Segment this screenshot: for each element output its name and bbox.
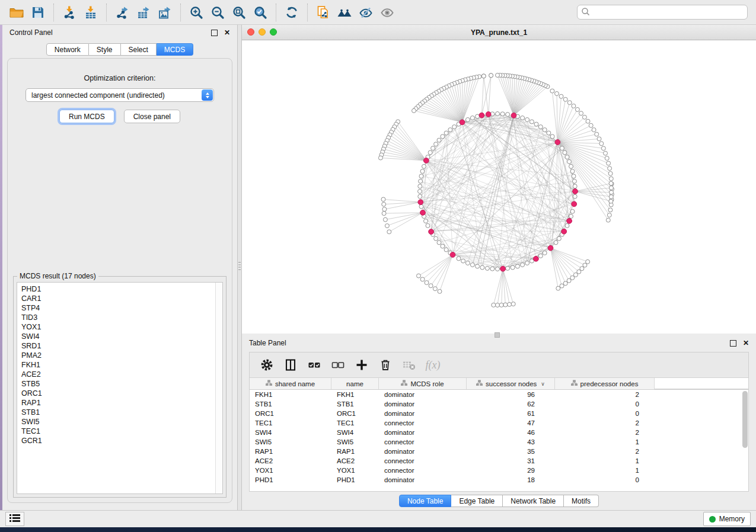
splitter-grip-icon — [238, 262, 241, 270]
open-file-button[interactable] — [7, 3, 26, 22]
selected-option-text: largest connected component (undirected) — [26, 91, 165, 100]
show-columns-icon[interactable] — [282, 356, 299, 374]
select-all-columns-icon[interactable] — [305, 356, 323, 374]
memory-status-icon — [709, 516, 716, 523]
network-graph — [242, 40, 755, 334]
export-image-button[interactable] — [155, 3, 174, 22]
window-close-button[interactable] — [247, 28, 254, 36]
table-row[interactable]: RAP1RAP1dominator352 — [250, 447, 748, 456]
show-all-button[interactable] — [378, 3, 397, 22]
import-table-button[interactable] — [81, 3, 100, 22]
save-session-button[interactable] — [28, 3, 47, 22]
refresh-view-button[interactable] — [282, 3, 301, 22]
node-table[interactable]: shared namenameMCDS rolesuccessor nodes∨… — [250, 378, 748, 491]
table-row[interactable]: ORC1ORC1dominator610 — [250, 409, 748, 418]
run-mcds-button[interactable]: Run MCDS — [59, 110, 114, 123]
mcds-result-item[interactable]: STB5 — [21, 379, 214, 389]
table-tab-edge-table[interactable]: Edge Table — [451, 495, 503, 507]
table-row[interactable]: SWI5SWI5connector431 — [250, 437, 748, 447]
table-row[interactable]: STB1STB1dominator620 — [250, 399, 748, 409]
table-row[interactable]: TEC1TEC1connector472 — [250, 418, 748, 428]
first-neighbors-button[interactable] — [335, 3, 354, 22]
sort-descending-icon: ∨ — [541, 381, 545, 387]
mcds-list-scrollbar[interactable] — [215, 283, 222, 493]
import-table-icon — [84, 5, 98, 20]
table-tab-motifs[interactable]: Motifs — [564, 495, 599, 507]
table-row[interactable]: FKH1FKH1dominator962 — [250, 390, 748, 399]
search-input[interactable] — [577, 5, 748, 20]
float-panel-icon[interactable] — [211, 30, 218, 36]
table-panel-content: f(x) shared namenameMCDS rolesuccessor n… — [249, 352, 749, 492]
memory-button[interactable]: Memory — [703, 512, 751, 526]
mcds-result-item[interactable]: TID3 — [21, 313, 214, 322]
zoom-out-button[interactable] — [208, 3, 227, 22]
mcds-result-item[interactable]: SRD1 — [21, 341, 214, 351]
optimization-criterion-select[interactable]: largest connected component (undirected) — [25, 88, 214, 102]
mcds-result-item[interactable]: STB1 — [21, 408, 214, 417]
delete-columns-icon[interactable] — [377, 356, 394, 374]
network-canvas[interactable] — [242, 40, 756, 334]
duplicate-network-button[interactable] — [314, 3, 333, 22]
column-header-name[interactable]: name — [331, 378, 379, 389]
tab-select[interactable]: Select — [121, 43, 157, 56]
eye-icon — [379, 5, 395, 20]
column-header-predecessor-nodes[interactable]: predecessor nodes — [555, 378, 655, 389]
mcds-result-list[interactable]: PHD1CAR1STP4TID3YOX1SWI4SRD1PMA2FKH1ACE2… — [17, 282, 223, 494]
task-history-button[interactable] — [5, 512, 24, 526]
window-minimize-button[interactable] — [259, 28, 266, 36]
table-body: FKH1FKH1dominator962STB1STB1dominator620… — [250, 390, 748, 485]
zoom-selected-button[interactable] — [251, 3, 270, 22]
column-header-MCDS-role[interactable]: MCDS role — [379, 378, 467, 389]
mcds-result-item[interactable]: ACE2 — [21, 370, 214, 379]
column-type-icon — [476, 380, 483, 387]
float-panel-icon[interactable] — [730, 340, 736, 347]
export-table-button[interactable] — [134, 3, 153, 22]
table-panel: Table Panel ✕ f(x) — [242, 335, 756, 510]
export-image-icon — [158, 5, 172, 20]
tab-network[interactable]: Network — [46, 43, 89, 56]
mcds-result-item[interactable]: CAR1 — [21, 294, 214, 303]
mcds-result-item[interactable]: STP4 — [21, 303, 214, 313]
horizontal-splitter[interactable] — [242, 334, 756, 335]
toolbar-separator — [307, 4, 308, 21]
tab-mcds[interactable]: MCDS — [157, 43, 193, 56]
table-scrollbar-thumb[interactable] — [742, 391, 748, 448]
column-header-successor-nodes[interactable]: successor nodes∨ — [467, 378, 555, 389]
table-row[interactable]: YOX1YOX1connector291 — [250, 466, 748, 475]
table-row[interactable]: PHD1PHD1dominator180 — [250, 475, 748, 485]
control-panel: Control Panel ✕ NetworkStyleSelectMCDS O… — [2, 25, 237, 510]
zoom-in-icon — [189, 5, 203, 20]
mcds-result-item[interactable]: SWI4 — [21, 332, 214, 341]
mcds-result-item[interactable]: PMA2 — [21, 351, 214, 360]
create-column-icon[interactable] — [353, 356, 371, 374]
table-row[interactable]: SWI4SWI4dominator462 — [250, 428, 748, 437]
hide-selected-button[interactable] — [356, 3, 375, 22]
close-panel-icon[interactable]: ✕ — [224, 29, 230, 36]
import-network-button[interactable] — [60, 3, 79, 22]
table-row[interactable]: ACE2ACE2connector311 — [250, 456, 748, 466]
table-options-gear-icon[interactable] — [258, 356, 276, 374]
mcds-result-item[interactable]: ORC1 — [21, 389, 214, 398]
unselect-all-columns-icon[interactable] — [329, 356, 347, 374]
function-builder-icon: f(x) — [424, 356, 442, 374]
mcds-result-item[interactable]: FKH1 — [21, 360, 214, 370]
vertical-splitter[interactable] — [237, 25, 242, 510]
close-panel-button[interactable]: Close panel — [124, 110, 180, 123]
mcds-result-item[interactable]: SWI5 — [21, 417, 214, 427]
zoom-fit-button[interactable] — [229, 3, 248, 22]
table-tab-network-table[interactable]: Network Table — [503, 495, 564, 507]
zoom-in-button[interactable] — [187, 3, 206, 22]
export-network-button[interactable] — [113, 3, 132, 22]
mcds-result-item[interactable]: YOX1 — [21, 322, 214, 332]
mcds-result-item[interactable]: GCR1 — [21, 436, 214, 446]
zoom-out-icon — [210, 5, 225, 20]
mcds-result-item[interactable]: RAP1 — [21, 398, 214, 408]
tab-style[interactable]: Style — [89, 43, 121, 56]
column-header-shared-name[interactable]: shared name — [250, 378, 331, 389]
table-panel-title: Table Panel — [249, 339, 286, 347]
window-zoom-button[interactable] — [270, 28, 277, 36]
table-tab-node-table[interactable]: Node Table — [399, 495, 452, 507]
mcds-result-item[interactable]: TEC1 — [21, 427, 214, 436]
mcds-result-item[interactable]: PHD1 — [21, 284, 214, 294]
close-panel-icon[interactable]: ✕ — [743, 339, 749, 347]
